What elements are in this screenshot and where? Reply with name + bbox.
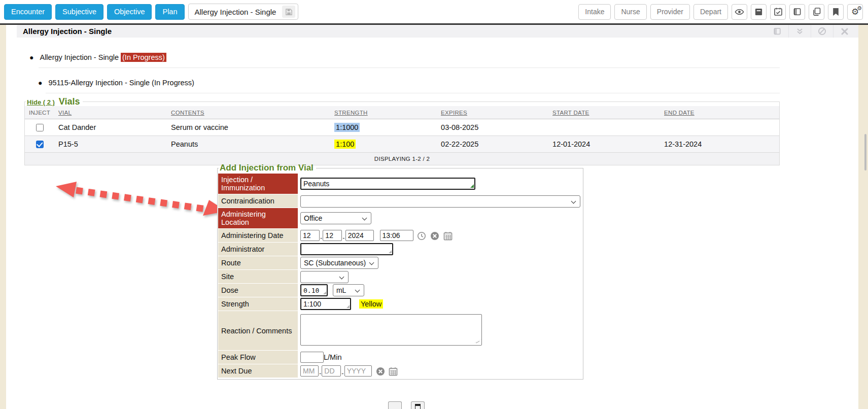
vial-row-cat-dander: Cat Dander Serum or vaccine 1:1000 03-08… — [25, 119, 779, 136]
vials-title: Vials — [59, 96, 80, 107]
close-icon[interactable] — [833, 25, 855, 38]
save-icon[interactable] — [282, 6, 295, 18]
bullet-dot: ● — [29, 53, 33, 61]
contraindication-label: Contraindication — [218, 194, 298, 208]
action-button[interactable] — [388, 401, 402, 409]
peak-flow-input[interactable] — [300, 352, 324, 363]
admin-date-day-input[interactable] — [323, 230, 342, 241]
form-row-next-due: Next Due -- — [218, 364, 583, 378]
vial-cell: Cat Dander — [54, 119, 167, 136]
plan-button[interactable]: Plan — [155, 4, 184, 20]
vial-row-p15-5: P15-5 Peanuts 1:100 02-22-2025 12-01-202… — [25, 136, 779, 153]
depart-button[interactable]: Depart — [693, 4, 728, 20]
form-action-buttons — [388, 401, 425, 409]
collapse-icon[interactable] — [788, 25, 811, 38]
injection-input[interactable] — [300, 178, 475, 190]
archive-icon[interactable] — [751, 4, 767, 20]
calendar-check-icon[interactable] — [770, 4, 786, 20]
clock-icon[interactable] — [417, 231, 426, 241]
subjective-button[interactable]: Subjective — [55, 4, 103, 20]
form-row-contraindication: Contraindication — [218, 194, 583, 208]
content-panel: Allergy Injection - Single ● Allergy Inj… — [6, 25, 858, 409]
eye-icon[interactable] — [732, 4, 747, 20]
dose-label: Dose — [218, 284, 298, 297]
clear-date-icon[interactable] — [376, 367, 385, 376]
col-contents[interactable]: CONTENTS — [167, 106, 330, 119]
page-background: Allergy Injection - Single ● Allergy Inj… — [0, 25, 868, 409]
col-vial[interactable]: VIAL — [54, 106, 167, 119]
date-separator: - — [320, 234, 322, 242]
col-end-date[interactable]: END DATE — [660, 106, 779, 119]
gears-icon[interactable]: ⚙⚙ — [847, 4, 863, 20]
nurse-button[interactable]: Nurse — [614, 4, 646, 20]
admin-date-month-input[interactable] — [300, 230, 320, 241]
reaction-comments-textarea[interactable] — [300, 314, 482, 346]
calendar-icon[interactable] — [443, 231, 453, 241]
col-start-date[interactable]: START DATE — [548, 106, 660, 119]
route-select[interactable]: SC (Subcutaneous) — [300, 257, 378, 269]
note-title: Allergy Injection - Single — [195, 8, 276, 16]
administering-location-select[interactable]: Office — [300, 212, 371, 224]
next-due-year-input[interactable] — [344, 365, 372, 377]
vial-cell: P15-5 — [54, 136, 167, 153]
injection-label: Injection / Immunization — [218, 174, 298, 194]
add-injection-form: Injection / Immunization Contraindicatio… — [218, 173, 583, 378]
intake-button[interactable]: Intake — [578, 4, 611, 20]
site-label: Site — [218, 270, 298, 284]
annotation-arrow — [36, 174, 238, 224]
calendar-icon[interactable] — [389, 367, 398, 376]
start-date-cell: 12-01-2024 — [548, 136, 660, 153]
administering-date-label: Administering Date — [218, 229, 298, 243]
form-row-admin-date: Administering Date -- — [218, 229, 583, 243]
col-expires[interactable]: EXPIRES — [437, 106, 548, 119]
peak-flow-unit: L/Min — [324, 353, 341, 361]
scrollbar-thumb[interactable] — [864, 134, 866, 171]
copy-icon[interactable] — [809, 4, 824, 20]
contraindication-select[interactable] — [300, 195, 580, 208]
section-header: Allergy Injection - Single — [17, 25, 858, 38]
inject-checkbox[interactable] — [36, 141, 44, 148]
strength-cell: 1:100 — [330, 136, 437, 153]
inject-checkbox[interactable] — [36, 124, 44, 131]
list-divider — [46, 93, 780, 93]
expires-cell: 03-08-2025 — [437, 119, 548, 136]
col-inject: INJECT — [25, 106, 54, 119]
form-row-route: Route SC (Subcutaneous) — [218, 256, 583, 270]
encounter-button[interactable]: Encounter — [4, 4, 52, 20]
contents-cell: Peanuts — [167, 136, 330, 153]
save-action-button[interactable] — [411, 401, 425, 409]
save-glyph — [415, 404, 421, 409]
bookmark-icon[interactable] — [828, 4, 844, 20]
dose-unit-select[interactable]: mL — [333, 284, 364, 296]
vials-table: INJECT VIAL CONTENTS STRENGTH EXPIRES ST… — [25, 106, 779, 165]
book-icon[interactable] — [789, 4, 805, 20]
form-row-administrator: Administrator — [218, 243, 583, 256]
clear-date-icon[interactable] — [430, 231, 439, 241]
admin-time-input[interactable] — [380, 230, 413, 241]
administrator-input[interactable] — [300, 243, 393, 255]
dose-input[interactable] — [300, 284, 328, 296]
strength-highlight: 1:1000 — [334, 123, 360, 132]
next-due-day-input[interactable] — [322, 365, 341, 377]
administrator-label: Administrator — [218, 243, 298, 256]
section-header-icons — [766, 25, 855, 38]
end-date-cell — [660, 119, 779, 136]
date-separator: - — [342, 234, 344, 242]
list-divider — [39, 67, 780, 68]
objective-button[interactable]: Objective — [107, 4, 152, 20]
strength-cell: 1:1000 — [330, 119, 437, 136]
col-strength[interactable]: STRENGTH — [330, 106, 437, 119]
next-due-month-input[interactable] — [300, 365, 319, 377]
admin-date-year-input[interactable] — [345, 230, 374, 241]
disable-icon[interactable] — [811, 25, 833, 38]
strength-input[interactable] — [300, 298, 351, 310]
strength-label: Strength — [218, 297, 298, 311]
site-select[interactable] — [300, 271, 349, 283]
add-injection-section: Add Injection from Vial Injection / Immu… — [217, 163, 583, 380]
book-icon[interactable] — [766, 25, 788, 38]
peak-flow-label: Peak Flow — [218, 351, 298, 364]
hide-vials-link[interactable]: Hide ( 2 ) — [27, 98, 55, 106]
provider-button[interactable]: Provider — [650, 4, 690, 20]
add-injection-legend: Add Injection from Vial — [219, 163, 316, 173]
vials-legend: Hide ( 2 ) Vials — [26, 96, 83, 107]
